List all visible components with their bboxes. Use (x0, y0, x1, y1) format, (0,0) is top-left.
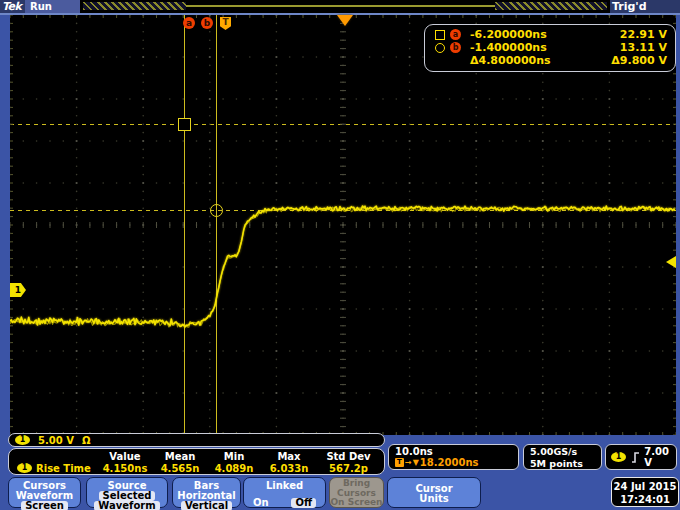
measurement-table: Value Mean Min Max Std Dev 1 Rise Time 4… (8, 448, 385, 475)
trigger-level-arrow-icon[interactable] (666, 256, 676, 268)
trigger-delay-value: 18.2000ns (420, 457, 479, 468)
cursor-b-badge: b (450, 42, 461, 53)
option-screen-selected[interactable]: Screen (21, 501, 68, 510)
waveform-plot (10, 15, 676, 435)
graticule-screen: a b T 1 a -6.200000ns 22.91 V b -1.40000… (10, 15, 676, 435)
time-label: 17:24:01 (612, 493, 678, 506)
measurement-stddev: 567.2p (317, 463, 380, 474)
channel-scale: 5.00 V (38, 435, 74, 446)
horizontal-scale: 10.0ns (395, 446, 518, 457)
cursor-delta-readout-row: Δ4.800000ns Δ9.800 V (435, 54, 667, 67)
cursor-b-badge[interactable]: b (201, 17, 213, 29)
channel-coupling: Ω (82, 435, 91, 446)
acquisition-info-box: 5.00GS/s 5M points (523, 444, 602, 470)
sample-rate: 5.00GS/s (530, 446, 601, 458)
arrow-right-icon: → (405, 458, 412, 468)
cursor-readout-box: a -6.200000ns 22.91 V b -1.400000ns 13.1… (424, 24, 676, 72)
cursor-a-badge[interactable]: a (183, 17, 195, 29)
menu-bring-cursors-button[interactable]: Bring Cursors On Screen (329, 477, 384, 508)
measurement-name: Rise Time (36, 463, 91, 474)
menu-cursors-button[interactable]: Cursors Waveform Screen (8, 477, 81, 508)
trigger-status: Trig'd (612, 0, 647, 13)
menu-linked-title: Linked (244, 480, 325, 491)
cursor-a-time: -6.200000ns (466, 28, 620, 41)
option-vertical-selected[interactable]: Vertical (181, 501, 232, 510)
cursor-a-voltage: 22.91 V (620, 28, 667, 41)
bring-line3: On Screen (330, 498, 383, 508)
cursor-b-marker[interactable] (210, 204, 223, 217)
measurement-min: 4.089n (207, 463, 261, 474)
cursor-a-marker[interactable] (178, 118, 191, 131)
menu-bars-button[interactable]: Bars Horizontal Vertical (172, 477, 241, 508)
cursor-b-readout-row: b -1.400000ns 13.11 V (435, 41, 667, 54)
menu-cursor-units-button[interactable]: Cursor Units (387, 477, 481, 508)
top-status-bar: Tek Run Trig'd (0, 0, 680, 13)
horizontal-settings-box[interactable]: 10.0ns T → ▼ 18.2000ns (388, 444, 519, 470)
channel-1-scale-bar[interactable]: 1 5.00 V Ω (8, 433, 385, 447)
option-linked-on[interactable]: On (253, 498, 269, 508)
trigger-level: 7.00 V (644, 446, 671, 468)
record-length: 5M points (530, 458, 601, 470)
trigger-position-arrow-icon[interactable] (337, 15, 353, 26)
header-mean: Mean (153, 451, 207, 462)
channel-1-badge: 1 (15, 435, 30, 445)
rising-edge-icon (631, 451, 639, 464)
header-value: Value (97, 451, 153, 462)
cursor-a-badge: a (450, 29, 461, 40)
marker-down-icon: ▼ (413, 458, 419, 468)
measurement-row: 1 Rise Time 4.150ns 4.565n 4.089n 6.033n… (9, 462, 384, 474)
record-hatch-right (495, 2, 607, 10)
cursor-a-readout-row: a -6.200000ns 22.91 V (435, 28, 667, 41)
square-icon (435, 30, 445, 40)
trigger-source-badge: 1 (611, 452, 626, 462)
trigger-t-icon: T (395, 458, 404, 467)
date-label: 24 Jul 2015 (612, 480, 678, 493)
source-selected-line2[interactable]: Waveform (94, 501, 159, 510)
header-max: Max (261, 451, 317, 462)
tek-logo: Tek (2, 0, 21, 13)
cursor-delta-time: Δ4.800000ns (466, 54, 611, 67)
option-linked-off-selected[interactable]: Off (291, 498, 316, 508)
measurement-max: 6.033n (261, 463, 317, 474)
measurement-header-row: Value Mean Min Max Std Dev (9, 450, 384, 462)
cursor-b-time: -1.400000ns (466, 41, 620, 54)
header-stddev: Std Dev (317, 451, 380, 462)
trigger-delay-readout: T → ▼ 18.2000ns (395, 457, 518, 468)
acquisition-state: Run (25, 0, 83, 13)
units-line2: Units (388, 494, 480, 504)
record-view-line (186, 5, 495, 7)
record-hatch-left (83, 2, 186, 10)
circle-icon (435, 43, 445, 53)
menu-linked-button[interactable]: Linked On Off (243, 477, 326, 508)
channel-1-badge: 1 (17, 463, 32, 473)
datetime-box: 24 Jul 2015 17:24:01 (611, 477, 679, 507)
measurement-mean: 4.565n (153, 463, 207, 474)
trigger-settings-box[interactable]: 1 7.00 V (605, 444, 677, 470)
cursor-b-voltage: 13.11 V (620, 41, 667, 54)
measurement-value: 4.150ns (97, 463, 153, 474)
cursor-delta-voltage: Δ9.800 V (611, 54, 667, 67)
record-view-bar (80, 0, 610, 13)
menu-source-button[interactable]: Source Selected Waveform (86, 477, 168, 508)
header-min: Min (207, 451, 261, 462)
